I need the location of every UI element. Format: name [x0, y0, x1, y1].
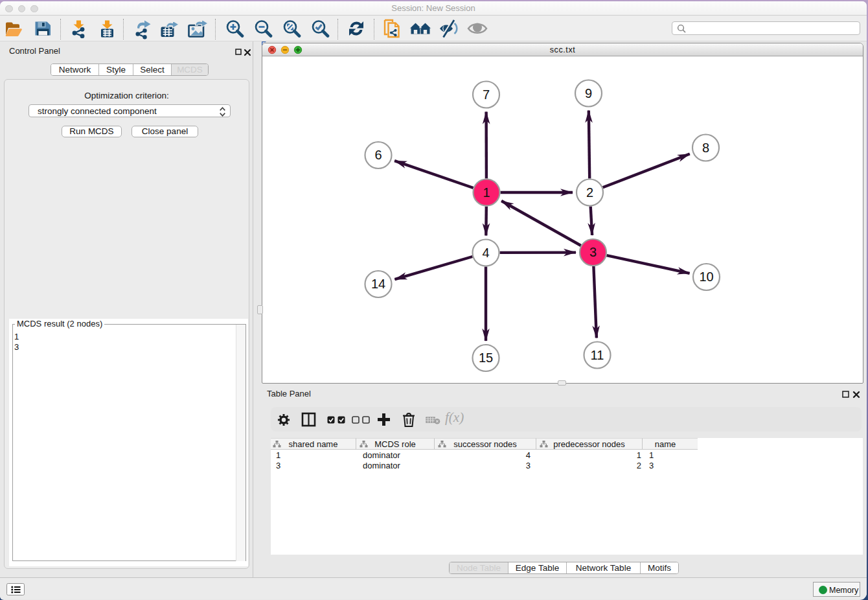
svg-text:8: 8	[702, 141, 709, 155]
svg-text:10: 10	[699, 270, 713, 284]
svg-text:1: 1	[483, 185, 490, 200]
svg-text:7: 7	[483, 87, 490, 102]
svg-text:2: 2	[586, 185, 593, 200]
svg-text:15: 15	[479, 351, 493, 365]
svg-text:3: 3	[589, 245, 597, 259]
svg-text:11: 11	[591, 348, 604, 362]
svg-text:6: 6	[374, 148, 382, 162]
svg-text:14: 14	[371, 277, 385, 291]
svg-text:9: 9	[585, 86, 592, 100]
svg-text:4: 4	[482, 246, 489, 260]
